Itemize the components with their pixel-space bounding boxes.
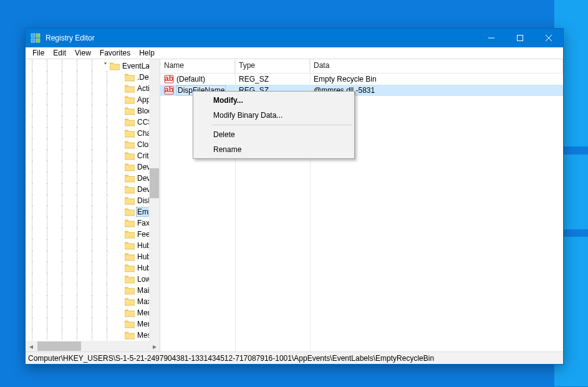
scroll-right-icon[interactable]: ▸ (149, 341, 160, 351)
tree-item[interactable]: HubSleepSound (26, 262, 160, 274)
context-modify-binary[interactable]: Modify Binary Data... (195, 108, 353, 123)
tree-horizontal-scrollbar[interactable]: ◂ ▸ (26, 341, 160, 351)
column-header-type[interactable]: Type (235, 59, 310, 73)
menu-favorites[interactable]: Favorites (95, 48, 135, 58)
tree-item[interactable]: ChangeTheme (26, 128, 160, 139)
titlebar[interactable]: Registry Editor (26, 29, 563, 47)
chevron-right-icon[interactable] (117, 96, 124, 103)
tree-item[interactable]: MenuCommand (26, 307, 160, 318)
chevron-down-icon[interactable]: ˅ (102, 62, 109, 70)
registry-editor-window: Registry Editor File Edit View Favorites… (25, 28, 564, 365)
tree-vertical-scrollbar[interactable] (149, 59, 160, 341)
tree-item[interactable]: AppGPFault (26, 94, 160, 105)
svg-rect-0 (31, 34, 35, 37)
chevron-right-icon[interactable] (117, 197, 124, 204)
value-data: Empty Recycle Bin (310, 75, 563, 84)
tree-item[interactable]: MessageNudge (26, 330, 160, 341)
column-header-name[interactable]: Name (160, 59, 235, 73)
tree-pane: ˅EventLabels.DefaultActivatingDocumentAp… (26, 59, 160, 351)
svg-rect-1 (36, 34, 40, 37)
window-title: Registry Editor (46, 34, 477, 42)
minimize-button[interactable] (477, 29, 506, 47)
chevron-right-icon[interactable] (117, 275, 124, 283)
chevron-right-icon[interactable] (117, 253, 124, 260)
chevron-right-icon[interactable] (117, 208, 124, 216)
chevron-right-icon[interactable] (117, 174, 124, 182)
chevron-right-icon[interactable] (117, 231, 124, 238)
menu-help[interactable]: Help (135, 48, 159, 58)
chevron-right-icon[interactable] (117, 107, 124, 115)
chevron-right-icon[interactable] (117, 141, 124, 148)
tree-scroll-thumb[interactable] (150, 168, 159, 198)
list-header: Name Type Data (160, 59, 563, 74)
tree-item[interactable]: DeviceConnect (26, 161, 160, 173)
context-menu: Modify... Modify Binary Data... Delete R… (193, 91, 355, 159)
chevron-right-icon[interactable] (117, 74, 124, 81)
tree-hscroll-thumb[interactable] (37, 342, 81, 351)
tree-item[interactable]: ActivatingDocument (26, 83, 160, 94)
chevron-right-icon[interactable] (117, 264, 124, 272)
menu-edit[interactable]: Edit (49, 48, 70, 58)
tree-item[interactable]: DeviceFail (26, 184, 160, 195)
tree-item[interactable]: .Default (26, 72, 160, 83)
status-bar: Computer\HKEY_USERS\S-1-5-21-2497904381-… (26, 351, 563, 364)
svg-text:ab: ab (165, 74, 173, 83)
scroll-left-icon[interactable]: ◂ (26, 341, 36, 351)
tree-item[interactable]: DeviceDisconnect (26, 173, 160, 184)
chevron-right-icon[interactable] (117, 186, 124, 193)
svg-rect-2 (31, 39, 35, 42)
tree-item[interactable]: MenuPopup (26, 318, 160, 330)
value-type: REG_SZ (235, 75, 310, 84)
tree-item[interactable]: LowBatteryAlarm (26, 274, 160, 285)
chevron-right-icon[interactable] (117, 309, 124, 317)
chevron-right-icon[interactable] (117, 287, 124, 294)
tree-item[interactable]: Maximize (26, 296, 160, 307)
menu-bar: File Edit View Favorites Help (26, 47, 563, 59)
tree-item[interactable]: EmptyRecycleBin (26, 206, 160, 217)
tree-item-eventlabels[interactable]: ˅EventLabels (26, 60, 160, 72)
tree-item[interactable]: DisNumbersSound (26, 195, 160, 206)
chevron-right-icon[interactable] (117, 130, 124, 137)
tree-item[interactable]: BlockedPopup (26, 105, 160, 117)
chevron-right-icon[interactable] (117, 118, 124, 126)
context-rename[interactable]: Rename (195, 142, 353, 157)
chevron-right-icon[interactable] (117, 332, 124, 339)
context-delete[interactable]: Delete (195, 127, 353, 142)
chevron-right-icon[interactable] (117, 163, 124, 171)
list-row[interactable]: ab(Default)REG_SZEmpty Recycle Bin (160, 74, 563, 85)
value-name: (Default) (176, 75, 205, 84)
column-header-data[interactable]: Data (310, 59, 563, 73)
svg-text:ab: ab (165, 85, 173, 94)
svg-rect-3 (36, 39, 40, 42)
chevron-right-icon[interactable] (117, 152, 124, 160)
chevron-right-icon[interactable] (117, 298, 124, 305)
tree-item[interactable]: Close (26, 139, 160, 150)
tree-item[interactable]: MailBeep (26, 285, 160, 296)
status-path: Computer\HKEY_USERS\S-1-5-21-2497904381-… (28, 354, 434, 363)
tree-item[interactable]: CCSelect (26, 117, 160, 128)
chevron-right-icon[interactable] (117, 320, 124, 328)
menu-view[interactable]: View (70, 48, 95, 58)
tree-item[interactable]: HubOffSound (26, 240, 160, 251)
chevron-right-icon[interactable] (117, 242, 124, 249)
maximize-button[interactable] (506, 29, 534, 47)
close-button[interactable] (534, 29, 563, 47)
svg-rect-5 (518, 36, 523, 41)
menu-file[interactable]: File (28, 48, 49, 58)
regedit-icon (31, 33, 41, 43)
context-modify[interactable]: Modify... (195, 93, 353, 108)
chevron-right-icon[interactable] (117, 85, 124, 92)
tree-item[interactable]: FaxBeep (26, 217, 160, 229)
context-separator (212, 125, 352, 125)
tree-item[interactable]: CriticalBatteryAlarm (26, 150, 160, 161)
tree-item[interactable]: FeedDiscovered (26, 229, 160, 240)
tree-item[interactable]: HubOnSound (26, 251, 160, 262)
chevron-right-icon[interactable] (117, 219, 124, 227)
